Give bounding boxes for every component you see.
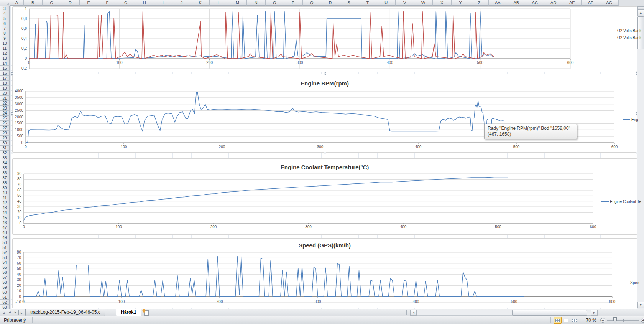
column-header-AA[interactable]: AA <box>489 0 508 6</box>
row-header-52[interactable]: 52 <box>0 250 10 255</box>
series-line-speed-gps-km-h-[interactable] <box>23 256 524 296</box>
row-header-21[interactable]: 21 <box>0 96 10 101</box>
row-header-49[interactable]: 49 <box>0 235 10 240</box>
row-header-5[interactable]: 5 <box>0 16 10 21</box>
horizontal-split-handle[interactable] <box>600 310 602 315</box>
next-sheet-button[interactable]: ► <box>13 309 18 316</box>
row-header-57[interactable]: 57 <box>0 275 10 280</box>
row-header-32[interactable]: 32 <box>0 151 10 155</box>
selection-handle[interactable] <box>636 112 638 115</box>
column-header-S[interactable]: S <box>340 0 359 6</box>
column-header-W[interactable]: W <box>414 0 433 6</box>
column-header-K[interactable]: K <box>191 0 210 6</box>
row-header-25[interactable]: 25 <box>0 116 10 121</box>
row-header-48[interactable]: 48 <box>0 230 10 235</box>
row-header-10[interactable]: 10 <box>0 41 10 46</box>
column-header-L[interactable]: L <box>210 0 228 6</box>
row-header-41[interactable]: 41 <box>0 195 10 200</box>
row-header-53[interactable]: 53 <box>0 255 10 260</box>
first-sheet-button[interactable]: ◄ <box>1 310 7 315</box>
column-header-AF[interactable]: AF <box>582 0 600 6</box>
row-header-62[interactable]: 62 <box>0 300 10 305</box>
row-header-19[interactable]: 19 <box>0 86 10 91</box>
series-line-engine-rpm-rpm-[interactable] <box>26 92 506 143</box>
sheet-tab-harok1[interactable]: Hárok1 <box>116 309 141 316</box>
row-header-24[interactable]: 24 <box>0 111 10 116</box>
row-header-46[interactable]: 46 <box>0 220 10 225</box>
scroll-down-button[interactable]: ▼ <box>637 302 644 308</box>
row-header-30[interactable]: 30 <box>0 141 10 146</box>
row-header-59[interactable]: 59 <box>0 285 10 290</box>
column-header-Q[interactable]: Q <box>303 0 322 6</box>
row-header-29[interactable]: 29 <box>0 136 10 141</box>
selection-handle[interactable] <box>11 72 13 75</box>
sheet-tab-tracklog[interactable]: trackLog-2015-Feb-19_06-46-05.c <box>25 309 105 316</box>
scroll-left-button[interactable]: ◄ <box>410 310 417 316</box>
column-header-B[interactable]: B <box>24 0 43 6</box>
row-header-50[interactable]: 50 <box>0 240 10 245</box>
row-header-42[interactable]: 42 <box>0 200 10 205</box>
row-header-61[interactable]: 61 <box>0 295 10 300</box>
column-header-D[interactable]: D <box>61 0 80 6</box>
row-header-56[interactable]: 56 <box>0 270 10 275</box>
row-header-6[interactable]: 6 <box>0 21 10 26</box>
column-header-AG[interactable]: AG <box>600 0 619 6</box>
row-header-14[interactable]: 14 <box>0 61 10 66</box>
column-header-O[interactable]: O <box>266 0 284 6</box>
column-header-X[interactable]: X <box>433 0 452 6</box>
row-header-38[interactable]: 38 <box>0 180 10 185</box>
zoom-slider-thumb[interactable] <box>613 317 617 323</box>
row-header-15[interactable]: 15 <box>0 66 10 71</box>
column-header-C[interactable]: C <box>43 0 61 6</box>
chart-2-engine-rpm-rpm-[interactable]: Engine RPM(rpm)4000350030002500200015001… <box>12 74 637 153</box>
row-header-60[interactable]: 60 <box>0 290 10 295</box>
insert-worksheet-button[interactable] <box>143 310 151 316</box>
row-header-47[interactable]: 47 <box>0 225 10 230</box>
zoom-in-button[interactable]: + <box>641 318 644 323</box>
row-header-27[interactable]: 27 <box>0 126 10 131</box>
row-header-23[interactable]: 23 <box>0 106 10 111</box>
column-header-AE[interactable]: AE <box>563 0 582 6</box>
zoom-out-button[interactable]: − <box>600 318 605 323</box>
column-header-AC[interactable]: AC <box>526 0 545 6</box>
selection-handle[interactable] <box>11 112 13 115</box>
column-header-H[interactable]: H <box>135 0 154 6</box>
row-header-35[interactable]: 35 <box>0 165 10 170</box>
horizontal-scroll-thumb[interactable] <box>512 310 587 316</box>
row-header-51[interactable]: 51 <box>0 245 10 250</box>
series-line-engine-coolant-temperature-c-[interactable] <box>24 177 508 221</box>
row-header-7[interactable]: 7 <box>0 26 10 31</box>
previous-sheet-button[interactable]: ◄ <box>7 309 13 316</box>
row-header-45[interactable]: 45 <box>0 215 10 220</box>
chart-3-engine-coolant-temperature-c-[interactable]: Engine Coolant Temperature(°C)9080706050… <box>12 158 637 235</box>
scroll-up-button[interactable]: ▲ <box>637 10 644 16</box>
column-header-V[interactable]: V <box>396 0 414 6</box>
column-header-M[interactable]: M <box>228 0 247 6</box>
vertical-scrollbar[interactable]: ▲ ▼ <box>637 6 644 309</box>
row-header-58[interactable]: 58 <box>0 280 10 285</box>
row-header-44[interactable]: 44 <box>0 210 10 215</box>
scroll-right-button[interactable]: ► <box>591 310 598 316</box>
column-header-G[interactable]: G <box>117 0 136 6</box>
vertical-scroll-thumb[interactable] <box>637 16 644 49</box>
column-header-P[interactable]: P <box>284 0 303 6</box>
vertical-split-handle[interactable] <box>637 6 644 10</box>
tab-scrollbar-splitter[interactable] <box>406 310 409 315</box>
selection-handle[interactable] <box>11 152 13 154</box>
column-header-AB[interactable]: AB <box>507 0 526 6</box>
selection-handle[interactable] <box>324 152 326 154</box>
column-header-R[interactable]: R <box>321 0 340 6</box>
column-header-E[interactable]: E <box>80 0 99 6</box>
column-header-U[interactable]: U <box>377 0 396 6</box>
column-header-Y[interactable]: Y <box>452 0 470 6</box>
row-header-36[interactable]: 36 <box>0 170 10 175</box>
normal-view-button[interactable] <box>554 317 562 324</box>
row-header-3[interactable]: 3 <box>0 6 10 11</box>
row-header-13[interactable]: 13 <box>0 56 10 61</box>
row-header-20[interactable]: 20 <box>0 91 10 96</box>
column-header-J[interactable]: J <box>172 0 191 6</box>
page-break-view-button[interactable] <box>570 317 578 324</box>
selection-handle[interactable] <box>324 72 326 75</box>
column-header-Z[interactable]: Z <box>470 0 489 6</box>
row-header-40[interactable]: 40 <box>0 190 10 195</box>
